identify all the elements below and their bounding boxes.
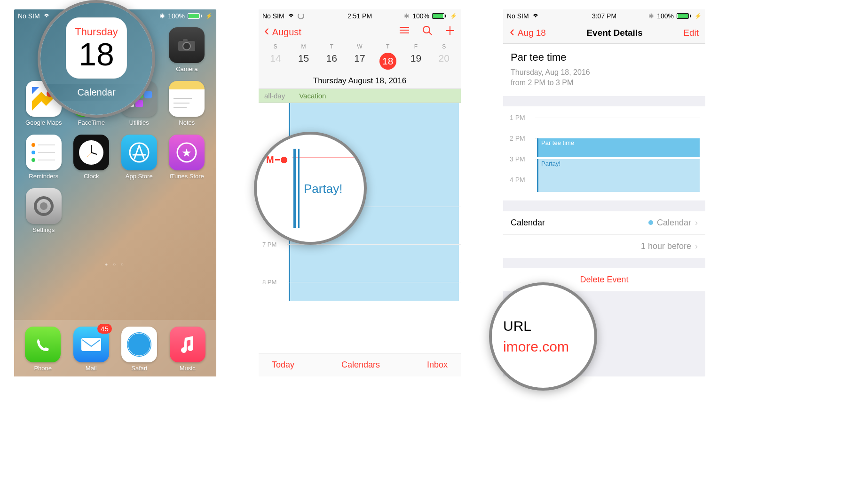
- bluetooth-icon: ✱: [159, 12, 165, 20]
- app-label: Clock: [84, 173, 99, 180]
- all-day-label: all-day: [264, 92, 285, 100]
- event-title: Par tee time: [511, 51, 698, 64]
- date-cell[interactable]: 16: [317, 53, 346, 70]
- app-phone[interactable]: Phone: [25, 327, 61, 372]
- battery-percent: 100%: [412, 12, 429, 20]
- charging-icon: ⚡: [205, 13, 213, 19]
- appstore-icon: [121, 135, 157, 170]
- now-dot-icon: [281, 157, 287, 163]
- event-details-view: No SIM 3:07 PM ✱ 100% ⚡ Aug 18 Event Det…: [503, 9, 705, 376]
- chevron-left-icon: [264, 26, 271, 38]
- event-header-section: Par tee time Thursday, Aug 18, 2016 from…: [503, 44, 705, 96]
- app-settings[interactable]: Settings: [23, 188, 65, 233]
- svg-rect-15: [81, 338, 101, 351]
- safari-icon: [121, 327, 157, 362]
- page-dots[interactable]: ● ○ ○: [14, 262, 216, 267]
- nav-bar: Aug 18 Event Details Edit: [503, 23, 705, 44]
- date-cell-selected[interactable]: 18: [374, 53, 402, 70]
- back-label: Aug 18: [518, 28, 546, 38]
- app-mail[interactable]: 45 Mail: [73, 327, 109, 372]
- hour-label: 7 PM: [262, 241, 276, 248]
- url-value[interactable]: imore.com: [503, 339, 569, 355]
- itunes-icon: ★: [169, 135, 205, 170]
- add-event-icon[interactable]: [445, 25, 455, 39]
- app-label: Safari: [131, 365, 147, 372]
- app-clock[interactable]: Clock: [71, 135, 113, 180]
- chevron-right-icon: ›: [695, 241, 698, 251]
- row-label: Calendar: [511, 218, 545, 228]
- loading-spinner-icon: [298, 13, 304, 19]
- inbox-button[interactable]: Inbox: [427, 360, 448, 370]
- date-cell[interactable]: 15: [290, 53, 318, 70]
- app-label: Notes: [179, 119, 195, 126]
- mini-event[interactable]: Partay!: [537, 159, 700, 192]
- app-appstore[interactable]: App Store: [118, 135, 160, 180]
- app-music[interactable]: Music: [170, 327, 205, 372]
- hour-label: 4 PM: [510, 176, 525, 184]
- date-cell[interactable]: 14: [261, 53, 290, 70]
- calendar-row[interactable]: Calendar Calendar ›: [503, 211, 705, 234]
- hour-label: 1 PM: [510, 114, 525, 121]
- app-reminders[interactable]: Reminders: [23, 135, 65, 180]
- back-button[interactable]: Aug 18: [510, 27, 546, 39]
- svg-rect-2: [183, 39, 188, 42]
- battery-icon: [677, 13, 691, 19]
- bluetooth-icon: ✱: [404, 12, 410, 20]
- zoom-callout-url: URL imore.com: [489, 282, 597, 391]
- back-button[interactable]: August: [264, 26, 301, 38]
- zoom-callout-calendar: Thursday 18 Calendar: [38, 0, 155, 118]
- svg-point-21: [423, 26, 430, 33]
- battery-percent: 100%: [657, 12, 674, 20]
- calendar-day-view: No SIM 2:51 PM ✱ 100% ⚡ August S M T W T…: [259, 9, 461, 376]
- weekday: M: [290, 43, 318, 50]
- app-label: Google Maps: [25, 119, 62, 126]
- search-icon[interactable]: [422, 25, 433, 39]
- app-label: iTunes Store: [170, 173, 204, 180]
- hour-label: 3 PM: [510, 155, 525, 163]
- charging-icon: ⚡: [694, 13, 702, 19]
- date-cell[interactable]: 19: [402, 53, 430, 70]
- weekday: F: [402, 43, 430, 50]
- app-label: Phone: [34, 365, 52, 372]
- battery-icon: [188, 13, 202, 19]
- calendar-app-icon[interactable]: Thursday 18: [66, 17, 127, 79]
- date-row: 14 15 16 17 18 19 20: [259, 51, 461, 73]
- wifi-icon: [43, 12, 50, 20]
- mini-schedule: 1 PM 2 PM 3 PM 4 PM Par tee time Partay!: [503, 106, 705, 200]
- wifi-icon: [287, 12, 295, 20]
- weekday-header: S M T W T F S: [259, 41, 461, 51]
- weekday: T: [317, 43, 346, 50]
- calendars-button[interactable]: Calendars: [341, 360, 380, 370]
- app-itunes[interactable]: ★ iTunes Store: [166, 135, 208, 180]
- today-button[interactable]: Today: [272, 360, 294, 370]
- carrier-label: No SIM: [262, 12, 284, 20]
- app-notes[interactable]: Notes: [166, 81, 208, 126]
- app-label: App Store: [126, 173, 153, 180]
- all-day-row[interactable]: all-day Vacation: [259, 89, 461, 103]
- row-value: Calendar: [657, 218, 691, 228]
- date-cell[interactable]: 20: [430, 53, 458, 70]
- app-label: Camera: [176, 65, 197, 72]
- dock: Phone 45 Mail Safari Music: [14, 320, 216, 376]
- day-number: 18: [79, 38, 114, 70]
- carrier-label: No SIM: [507, 12, 529, 20]
- hour-label: 2 PM: [510, 135, 525, 142]
- full-date-label: Thursday August 18, 2016: [259, 73, 461, 89]
- svg-point-1: [183, 42, 190, 50]
- app-label: Music: [180, 365, 196, 372]
- date-cell[interactable]: 17: [346, 53, 374, 70]
- edit-button[interactable]: Edit: [683, 28, 699, 38]
- list-view-icon[interactable]: [399, 25, 410, 39]
- event-title[interactable]: Partay!: [304, 182, 342, 196]
- weekday: S: [430, 43, 458, 50]
- alert-row[interactable]: 1 hour before ›: [503, 234, 705, 258]
- app-camera[interactable]: Camera: [166, 27, 208, 72]
- settings-icon: [26, 188, 62, 224]
- chevron-left-icon: [510, 27, 517, 39]
- app-safari[interactable]: Safari: [121, 327, 157, 372]
- bluetooth-icon: ✱: [648, 12, 654, 20]
- mini-event[interactable]: Par tee time: [537, 138, 700, 157]
- app-label: Utilities: [129, 119, 149, 126]
- clock-icon: [73, 135, 109, 170]
- status-bar: No SIM 3:07 PM ✱ 100% ⚡: [503, 9, 705, 23]
